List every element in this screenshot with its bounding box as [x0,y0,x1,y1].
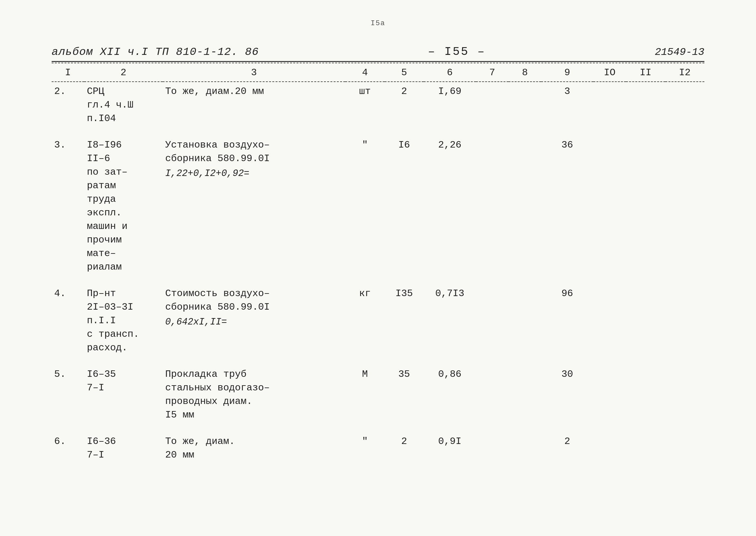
row-price-2: 0,7I3 [424,284,476,357]
col-header-7: 7 [476,64,509,82]
row-col10-1 [593,136,626,276]
row-col12-4 [665,432,704,464]
col-header-9: 9 [541,64,593,82]
col-header-4: 4 [345,64,384,82]
spacer-row [52,424,704,432]
row-qty-1: I6 [385,136,424,276]
row-col11-3 [626,365,665,424]
spacer-row [52,128,704,136]
page-number-top: I5a [371,19,386,27]
col-header-1: I [52,64,84,82]
column-headers-row: I 2 3 4 5 6 7 8 9 IO II I2 [52,64,704,82]
row-col8-4 [509,432,541,464]
row-col11-2 [626,284,665,357]
row-qty-0: 2 [385,82,424,128]
col-header-8: 8 [509,64,541,82]
header-row: альбом XII ч.I ТП 810-1-12. 86 – I55 – 2… [52,45,704,58]
row-desc-4: То же, диам. 20 мм [163,432,345,464]
row-col9-0: 3 [541,82,593,128]
col-header-3: 3 [163,64,345,82]
main-table: I 2 3 4 5 6 7 8 9 IO II I2 2.СРЦ гл.4 ч.… [52,64,704,472]
row-num-3: 5. [52,365,84,424]
col-header-2: 2 [84,64,163,82]
row-desc-3: Прокладка труб стальных водогазо– провод… [163,365,345,424]
row-num-1: 3. [52,136,84,276]
row-unit-0: шт [345,82,384,128]
row-col8-2 [509,284,541,357]
spacer-row [52,276,704,284]
row-col7-0 [476,82,509,128]
row-col11-4 [626,432,665,464]
row-col7-3 [476,365,509,424]
row-ref-3: I6–35 7–I [84,365,163,424]
row-qty-4: 2 [385,432,424,464]
table-row: 3.I8–I96 II–6 по зат– ратам труда экспл.… [52,136,704,276]
row-num-4: 6. [52,432,84,464]
table-container: I 2 3 4 5 6 7 8 9 IO II I2 2.СРЦ гл.4 ч.… [52,64,704,472]
row-ref-4: I6–36 7–I [84,432,163,464]
table-row: 6.I6–36 7–IТо же, диам. 20 мм"20,9I2 [52,432,704,464]
row-desc-1: Установка воздухо– сборника 580.99.0II,2… [163,136,345,276]
spacer-row [52,357,704,365]
row-col11-1 [626,136,665,276]
row-col7-1 [476,136,509,276]
col-header-5: 5 [385,64,424,82]
row-col10-4 [593,432,626,464]
center-title: – I55 – [428,45,486,58]
row-col11-0 [626,82,665,128]
page: I5a альбом XII ч.I ТП 810-1-12. 86 – I55… [0,0,756,536]
row-col8-1 [509,136,541,276]
row-qty-2: I35 [385,284,424,357]
col-header-6: 6 [424,64,476,82]
row-col12-0 [665,82,704,128]
col-header-11: II [626,64,665,82]
doc-number: 21549-13 [655,46,704,58]
row-num-2: 4. [52,284,84,357]
row-price-1: 2,26 [424,136,476,276]
row-unit-3: М [345,365,384,424]
row-desc-0: То же, диам.20 мм [163,82,345,128]
row-col9-3: 30 [541,365,593,424]
row-col9-1: 36 [541,136,593,276]
row-col10-0 [593,82,626,128]
table-row: 2.СРЦ гл.4 ч.Ш п.I04То же, диам.20 ммшт2… [52,82,704,128]
row-ref-1: I8–I96 II–6 по зат– ратам труда экспл. м… [84,136,163,276]
row-price-0: I,69 [424,82,476,128]
divider-top [52,61,704,62]
row-ref-0: СРЦ гл.4 ч.Ш п.I04 [84,82,163,128]
row-price-4: 0,9I [424,432,476,464]
row-col10-2 [593,284,626,357]
row-price-3: 0,86 [424,365,476,424]
col-header-12: I2 [665,64,704,82]
row-num-0: 2. [52,82,84,128]
row-col12-2 [665,284,704,357]
row-col8-0 [509,82,541,128]
row-col7-4 [476,432,509,464]
row-qty-3: 35 [385,365,424,424]
row-col9-4: 2 [541,432,593,464]
row-col10-3 [593,365,626,424]
row-ref-2: Пр–нт 2I–03–3I п.I.I с трансп. расход. [84,284,163,357]
spacer-row [52,464,704,472]
row-desc-2: Стоимость воздухо– сборника 580.99.0I0,6… [163,284,345,357]
row-col8-3 [509,365,541,424]
row-col12-1 [665,136,704,276]
row-unit-2: кг [345,284,384,357]
col-header-10: IO [593,64,626,82]
row-unit-1: " [345,136,384,276]
album-title: альбом XII ч.I ТП 810-1-12. 86 [52,46,259,58]
row-col9-2: 96 [541,284,593,357]
row-col12-3 [665,365,704,424]
row-col7-2 [476,284,509,357]
table-row: 4.Пр–нт 2I–03–3I п.I.I с трансп. расход.… [52,284,704,357]
row-unit-4: " [345,432,384,464]
table-row: 5.I6–35 7–IПрокладка труб стальных водог… [52,365,704,424]
divider-dashed-1 [52,63,704,63]
